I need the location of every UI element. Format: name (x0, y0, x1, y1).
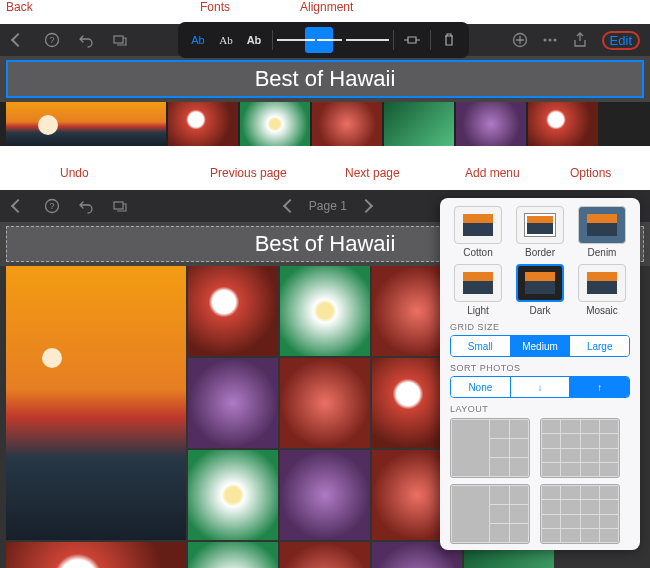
anno-fonts: Fonts (200, 0, 230, 14)
prev-page-button[interactable] (285, 201, 295, 211)
undo-icon[interactable] (78, 198, 94, 214)
photo-thumb[interactable] (280, 358, 370, 448)
align-right-button[interactable] (333, 27, 361, 53)
svg-point-5 (548, 39, 551, 42)
theme-label: Denim (574, 247, 630, 258)
photo-thumb[interactable] (456, 102, 526, 146)
sort-none[interactable]: None (451, 377, 511, 397)
share-icon[interactable] (572, 32, 588, 48)
theme-label: Dark (512, 305, 568, 316)
theme-border[interactable]: Border (512, 206, 568, 258)
title-bar-top: Best of Hawaii (0, 56, 650, 102)
svg-text:?: ? (49, 35, 54, 45)
back-chevron-icon[interactable] (10, 198, 26, 214)
theme-cotton[interactable]: Cotton (450, 206, 506, 258)
svg-text:?: ? (49, 201, 54, 211)
layout-option-b[interactable] (540, 418, 620, 478)
anno-undo: Undo (60, 166, 89, 180)
align-center-button[interactable] (305, 27, 333, 53)
anno-back: Back (6, 0, 33, 14)
photo-thumb[interactable] (280, 450, 370, 540)
layout-option-c[interactable] (450, 484, 530, 544)
edit-button[interactable]: Edit (602, 31, 640, 50)
undo-icon[interactable] (78, 32, 94, 48)
align-justify-button[interactable] (361, 27, 389, 53)
options-popover: Cotton Border Denim Light Dark Mosaic GR… (440, 198, 640, 550)
photo-large[interactable] (6, 266, 186, 540)
svg-point-6 (553, 39, 556, 42)
layout-option-d[interactable] (540, 484, 620, 544)
grid-size-segment: Small Medium Large (450, 335, 630, 357)
theme-label: Light (450, 305, 506, 316)
svg-rect-9 (114, 202, 123, 209)
font-option-2[interactable]: Ab (212, 27, 240, 53)
theme-label: Mosaic (574, 305, 630, 316)
photo-thumb[interactable] (6, 542, 186, 568)
grid-size-label: GRID SIZE (450, 322, 630, 332)
add-icon[interactable] (512, 32, 528, 48)
sort-desc[interactable]: ↓ (511, 377, 571, 397)
theme-dark[interactable]: Dark (512, 264, 568, 316)
options-icon[interactable] (542, 32, 558, 48)
theme-mosaic[interactable]: Mosaic (574, 264, 630, 316)
photo-thumb[interactable] (384, 102, 454, 146)
next-page-button[interactable] (361, 201, 371, 211)
photo-thumb[interactable] (168, 102, 238, 146)
theme-light[interactable]: Light (450, 264, 506, 316)
anno-next: Next page (345, 166, 400, 180)
page-label: Page 1 (309, 199, 347, 213)
photo-thumb[interactable] (280, 266, 370, 356)
photo-strip (0, 102, 650, 146)
annotation-row-top: Back Fonts Alignment (0, 0, 650, 24)
page-nav: Page 1 (285, 199, 371, 213)
layout-label: LAYOUT (450, 404, 630, 414)
photo-thumb[interactable] (6, 102, 166, 146)
layout-option-a[interactable] (450, 418, 530, 478)
font-option-1[interactable]: Ab (184, 27, 212, 53)
format-popup: Ab Ab Ab (178, 22, 469, 58)
photo-thumb[interactable] (188, 358, 278, 448)
font-option-3[interactable]: Ab (240, 27, 268, 53)
back-chevron-icon[interactable] (10, 32, 26, 48)
svg-point-4 (543, 39, 546, 42)
grid-size-medium[interactable]: Medium (511, 336, 571, 356)
photo-thumb[interactable] (240, 102, 310, 146)
theme-denim[interactable]: Denim (574, 206, 630, 258)
sort-label: SORT PHOTOS (450, 363, 630, 373)
theme-label: Border (512, 247, 568, 258)
help-icon[interactable]: ? (44, 32, 60, 48)
photo-thumb[interactable] (280, 542, 370, 568)
anno-options: Options (570, 166, 611, 180)
sort-segment: None ↓ ↑ (450, 376, 630, 398)
photo-thumb[interactable] (312, 102, 382, 146)
sort-asc[interactable]: ↑ (570, 377, 629, 397)
project-icon[interactable] (112, 198, 128, 214)
align-left-button[interactable] (277, 27, 305, 53)
annotation-row-bottom: Undo Previous page Next page Add menu Op… (0, 166, 650, 190)
photo-thumb[interactable] (188, 542, 278, 568)
photo-thumb[interactable] (528, 102, 598, 146)
expand-button[interactable] (398, 27, 426, 53)
theme-label: Cotton (450, 247, 506, 258)
trash-button[interactable] (435, 27, 463, 53)
svg-rect-2 (114, 36, 123, 43)
grid-size-large[interactable]: Large (570, 336, 629, 356)
anno-add: Add menu (465, 166, 520, 180)
photo-thumb[interactable] (188, 450, 278, 540)
album-title-input[interactable]: Best of Hawaii (6, 60, 644, 98)
project-icon[interactable] (112, 32, 128, 48)
anno-prev: Previous page (210, 166, 287, 180)
toolbar-top: ? Ab Ab Ab Edit (0, 24, 650, 56)
help-icon[interactable]: ? (44, 198, 60, 214)
grid-size-small[interactable]: Small (451, 336, 511, 356)
anno-alignment: Alignment (300, 0, 353, 14)
photo-thumb[interactable] (188, 266, 278, 356)
